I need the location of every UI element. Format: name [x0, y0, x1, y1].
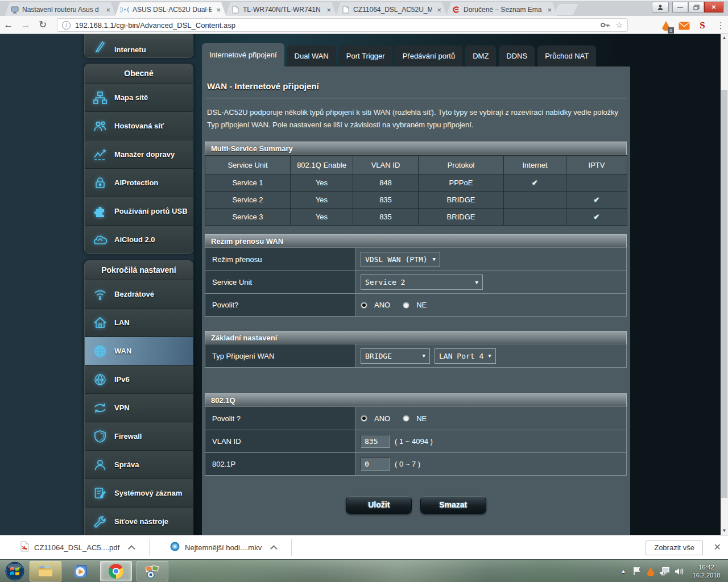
scrollbar-thumb[interactable] [721, 90, 727, 498]
sidebar-item-administration[interactable]: Správa [85, 450, 193, 479]
browser-menu-icon[interactable]: ⋮ [714, 19, 727, 32]
taskbar-clock[interactable]: 16:42 16.2.2018 [688, 560, 725, 582]
key-icon[interactable] [601, 20, 610, 30]
address-bar[interactable]: i 192.168.1.1/cgi-bin/Advanced_DSL_Conte… [57, 18, 628, 32]
summary-cell: BRIDGE [419, 209, 504, 226]
tab-close-icon[interactable]: × [105, 6, 111, 14]
media-player-taskbar-button[interactable] [66, 561, 96, 581]
tab-internet-connection[interactable]: Internetové připojení [202, 43, 284, 66]
browser-tab-5[interactable]: Doručené – Seznam Ema × [446, 2, 557, 17]
download-item-pdf[interactable]: CZ11064_DSL_AC5....pdf [15, 539, 141, 556]
start-button[interactable] [3, 561, 26, 581]
scroll-down-icon[interactable]: ▼ [721, 527, 728, 535]
sidebar-item-aiprotection[interactable]: AiProtection [85, 168, 193, 197]
radio-yes[interactable] [361, 415, 367, 422]
sidebar-item-network-tools[interactable]: Síťové nástroje [85, 507, 193, 535]
radio-no[interactable] [403, 302, 410, 309]
tab-close-icon[interactable]: × [215, 6, 222, 14]
browser-tab-1[interactable]: Nastavení routeru Asus d × [5, 2, 116, 17]
show-all-downloads-button[interactable]: Zobrazit vše [646, 541, 703, 555]
chevron-down-icon: ▼ [488, 353, 491, 359]
sidebar-item-guest-network[interactable]: Hostovaná síť [85, 111, 193, 140]
delete-button[interactable]: Smazat [420, 496, 486, 514]
avast-extension-icon[interactable]: 0 [660, 19, 672, 32]
sidebar-item-label: Síťové nástroje [114, 517, 168, 526]
volume-tray-icon[interactable] [672, 560, 686, 582]
scroll-up-icon[interactable]: ▲ [721, 34, 728, 42]
radio-yes[interactable] [361, 302, 367, 309]
sidebar-item-system-log[interactable]: Systémový záznam [85, 479, 193, 507]
person-icon [92, 457, 109, 473]
sidebar-item-firewall[interactable]: Firewall [85, 422, 193, 450]
close-downloads-bar-icon[interactable]: ✕ [714, 542, 721, 552]
lan-port-select[interactable]: LAN Port 4 ▼ [435, 348, 496, 364]
select-value: BRIDGE [365, 352, 392, 360]
chevron-up-icon[interactable] [270, 545, 278, 552]
tab-port-trigger[interactable]: Port Trigger [339, 45, 392, 66]
tab-title: ASUS DSL-AC52U Dual-B [133, 6, 212, 14]
service-unit-select[interactable]: Service 2 ▼ [361, 275, 483, 290]
summary-cell: PPPoE [419, 174, 504, 192]
window-maximize-button[interactable] [688, 2, 704, 13]
forward-icon[interactable]: → [17, 19, 34, 31]
profile-button[interactable] [652, 2, 669, 13]
bookmark-star-icon[interactable]: ☆ [615, 20, 623, 30]
info-icon[interactable]: i [62, 21, 71, 30]
image-viewer-taskbar-button[interactable] [136, 561, 168, 581]
tab-ddns[interactable]: DDNS [499, 45, 535, 66]
tab-close-icon[interactable]: × [325, 6, 332, 14]
email-extension-icon[interactable] [678, 19, 690, 32]
sidebar-item-lan[interactable]: LAN [85, 308, 193, 336]
sidebar-item-aicloud[interactable]: AiCloud 2.0 [85, 225, 193, 253]
browser-tab-3[interactable]: TL-WR740N/TL-WR741N × [225, 2, 337, 17]
transfer-mode-select[interactable]: VDSL WAN (PTM) ▼ [361, 252, 440, 267]
sidebar-item-traffic-manager[interactable]: Manažer dopravy [85, 140, 193, 168]
tab-nat-passthrough[interactable]: Průchod NAT [537, 45, 596, 66]
sidebar-item-network-map[interactable]: Mapa sítě [85, 83, 193, 111]
vlan-id-input[interactable] [361, 435, 390, 448]
seznam-extension-icon[interactable]: S [696, 19, 709, 32]
file-explorer-taskbar-button[interactable] [30, 561, 61, 581]
window-minimize-button[interactable]: — [672, 2, 688, 13]
puzzle-icon [92, 203, 109, 219]
chrome-taskbar-button-active[interactable] [100, 561, 132, 581]
field-label: Povolit? [205, 294, 356, 316]
sidebar-item-label: IPv6 [114, 375, 130, 384]
network-tray-icon[interactable] [657, 560, 672, 582]
section-header: Multi-Service Summary [205, 142, 627, 155]
sidebar-item-quick-internet-setup[interactable]: internetu [85, 34, 193, 58]
back-icon[interactable]: ← [0, 19, 17, 31]
tab-close-icon[interactable]: × [546, 6, 553, 14]
chevron-up-icon[interactable] [128, 545, 135, 552]
avast-tray-icon[interactable] [644, 560, 657, 582]
form-row: VLAN ID ( 1 ~ 4094 ) [205, 430, 626, 452]
tab-title: Nastavení routeru Asus d [22, 6, 101, 14]
window-close-button[interactable]: ✕ [704, 2, 723, 13]
page-icon [341, 6, 350, 14]
sidebar-item-vpn[interactable]: VPN [85, 393, 193, 422]
wan-connection-type-select[interactable]: BRIDGE ▼ [361, 348, 430, 364]
browser-tab-2-active[interactable]: ASUS DSL-AC52U Dual-B × [115, 2, 226, 17]
sidebar-item-wan-selected[interactable]: WAN [85, 336, 193, 365]
globe-icon [92, 343, 109, 359]
url-text[interactable]: 192.168.1.1/cgi-bin/Advanced_DSL_Content… [75, 21, 595, 30]
save-button[interactable]: Uložit [346, 496, 412, 514]
tab-port-forwarding[interactable]: Předávání portů [395, 45, 463, 66]
tab-close-icon[interactable]: × [436, 6, 442, 14]
sidebar-item-ipv6[interactable]: IPv6 IPv6 [85, 365, 193, 393]
sidebar-item-usb-application[interactable]: Používání portů USB [85, 197, 193, 225]
sidebar-item-wireless[interactable]: Bezdrátové [85, 280, 193, 308]
tab-dmz[interactable]: DMZ [465, 45, 496, 66]
radio-no[interactable] [403, 415, 410, 422]
action-center-flag-icon[interactable] [630, 560, 644, 582]
page-scrollbar[interactable]: ▲ ▼ [721, 34, 728, 535]
hidden-icons-chevron[interactable]: ▲ [618, 560, 629, 582]
reload-icon[interactable]: ↻ [34, 19, 51, 31]
download-item-mkv[interactable]: Nejtemnější hodi....mkv [164, 539, 283, 556]
table-row: Service 1 Yes 848 PPPoE ✔ [205, 174, 627, 192]
tab-dual-wan[interactable]: Dual WAN [287, 45, 336, 66]
browser-tab-4[interactable]: CZ11064_DSL_AC52U_M × [336, 2, 447, 17]
priority-input[interactable] [361, 458, 390, 471]
new-tab-button[interactable] [554, 4, 578, 15]
svg-text:IPv6: IPv6 [96, 377, 105, 381]
